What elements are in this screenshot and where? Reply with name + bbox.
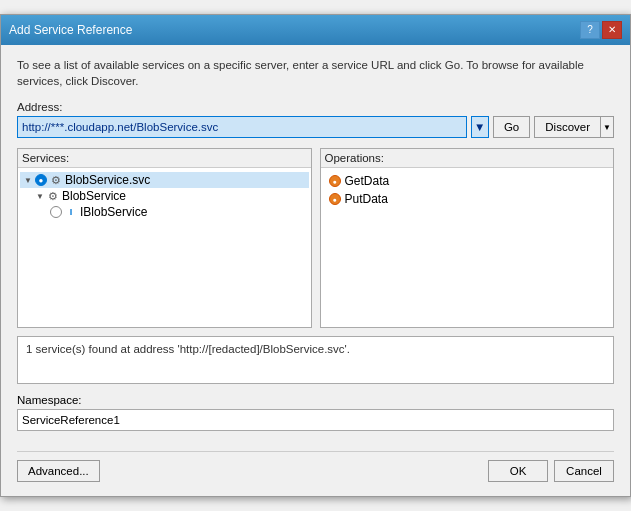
status-text: 1 service(s) found at address 'http://[r… [26,343,350,355]
service-radio-icon-2 [50,206,62,218]
service-name-blobservice: BlobService [62,189,126,203]
services-panel-content: ▼ ● ⚙ BlobService.svc ▼ ⚙ BlobService [18,168,311,224]
op-icon-putdata: ● [329,193,341,205]
namespace-input[interactable] [17,409,614,431]
op-name-getdata: GetData [345,174,390,188]
expand-arrow-2: ▼ [36,192,44,201]
op-name-putdata: PutData [345,192,388,206]
operation-item-putdata[interactable]: ● PutData [323,190,612,208]
close-button[interactable]: ✕ [602,21,622,39]
footer-right: OK Cancel [488,460,614,482]
address-label: Address: [17,101,614,113]
footer-row: Advanced... OK Cancel [17,460,614,482]
address-input[interactable] [17,116,467,138]
description-text: To see a list of available services on a… [17,57,614,89]
advanced-button[interactable]: Advanced... [17,460,100,482]
address-dropdown[interactable]: ▼ [471,116,489,138]
operations-panel-content: ● GetData ● PutData [321,168,614,212]
op-icon-getdata: ● [329,175,341,187]
footer-divider [17,451,614,452]
cancel-button[interactable]: Cancel [554,460,614,482]
status-box: 1 service(s) found at address 'http://[r… [17,336,614,384]
tree-item-blobservice[interactable]: ▼ ⚙ BlobService [20,188,309,204]
dialog-body: To see a list of available services on a… [1,45,630,496]
discover-dropdown-arrow[interactable]: ▼ [600,116,614,138]
ok-button[interactable]: OK [488,460,548,482]
interface-icon: I [65,206,77,218]
title-bar-left: Add Service Reference [9,23,132,37]
operations-panel-header: Operations: [321,149,614,168]
add-service-reference-dialog: Add Service Reference ? ✕ To see a list … [0,14,631,497]
title-bar: Add Service Reference ? ✕ [1,15,630,45]
panels-row: Services: ▼ ● ⚙ BlobService.svc ▼ ⚙ Blob… [17,148,614,328]
services-panel-header: Services: [18,149,311,168]
namespace-label: Namespace: [17,394,614,406]
title-bar-controls: ? ✕ [580,21,622,39]
address-row: ▼ Go Discover ▼ [17,116,614,138]
tree-item-iblobservice[interactable]: I IBlobService [20,204,309,220]
discover-group: Discover ▼ [534,116,614,138]
expand-arrow-1: ▼ [24,176,32,185]
service-name-blobservice-svc: BlobService.svc [65,173,150,187]
services-panel: Services: ▼ ● ⚙ BlobService.svc ▼ ⚙ Blob… [17,148,312,328]
dialog-title: Add Service Reference [9,23,132,37]
operations-panel: Operations: ● GetData ● PutData [320,148,615,328]
help-button[interactable]: ? [580,21,600,39]
service-radio-icon-1: ● [35,174,47,186]
gear-icon-2: ⚙ [47,190,59,202]
discover-button[interactable]: Discover [534,116,600,138]
operation-item-getdata[interactable]: ● GetData [323,172,612,190]
gear-icon-1: ⚙ [50,174,62,186]
tree-item-blobservice-svc[interactable]: ▼ ● ⚙ BlobService.svc [20,172,309,188]
go-button[interactable]: Go [493,116,530,138]
service-name-iblobservice: IBlobService [80,205,147,219]
